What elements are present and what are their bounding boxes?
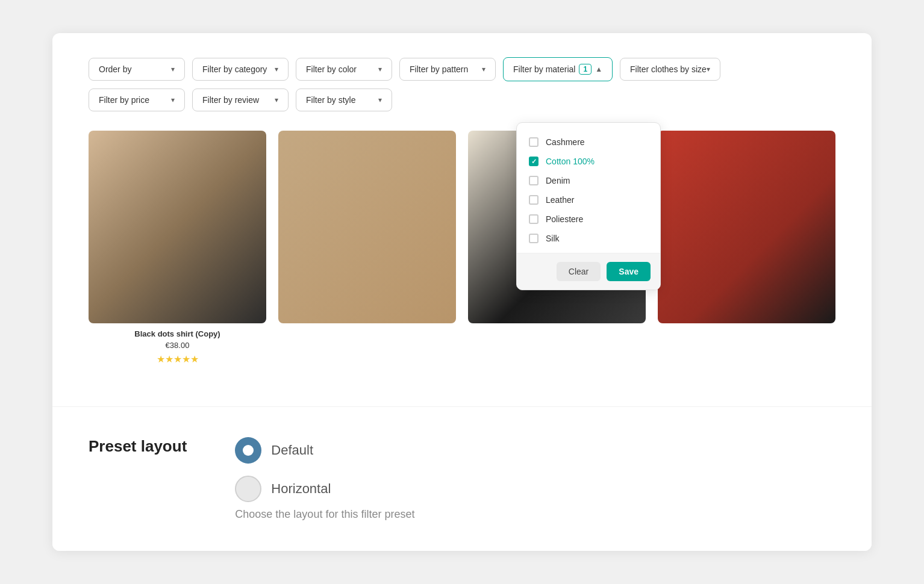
dropdown-item-cashmere[interactable]: Cashmere [517, 132, 660, 152]
filter-btn-filter-size[interactable]: Filter clothes by size▾ [620, 58, 720, 81]
product-grid: Black dots shirt (Copy)€38.00★★★★★ [89, 131, 835, 365]
filter-label-filter-style: Filter by style [306, 95, 355, 105]
filter-btn-order-by[interactable]: Order by▾ [89, 58, 185, 81]
item-label-cashmere: Cashmere [546, 137, 585, 147]
preset-section: Preset layout DefaultHorizontal Choose t… [52, 406, 872, 551]
filter-row-2: Filter by price▾Filter by review▾Filter … [89, 89, 835, 111]
product-image-1 [278, 131, 456, 323]
radio-default[interactable] [235, 437, 261, 464]
save-button[interactable]: Save [607, 262, 651, 281]
filter-btn-filter-price[interactable]: Filter by price▾ [89, 89, 185, 111]
product-card-0[interactable]: Black dots shirt (Copy)€38.00★★★★★ [89, 131, 266, 365]
preset-title: Preset layout [89, 437, 187, 456]
product-card-3[interactable] [658, 131, 835, 365]
filter-row-1: Order by▾Filter by category▾Filter by co… [89, 57, 835, 81]
preset-option-horizontal[interactable]: Horizontal [235, 476, 414, 502]
filter-btn-filter-material[interactable]: Filter by material1▲ [503, 57, 613, 81]
filter-label-order-by: Order by [99, 64, 131, 74]
filter-label-filter-review: Filter by review [202, 95, 259, 105]
radio-inner-default [243, 445, 254, 456]
chevron-icon-filter-size: ▾ [707, 65, 710, 73]
chevron-icon-filter-price: ▾ [171, 96, 175, 104]
filter-label-filter-pattern: Filter by pattern [410, 64, 468, 74]
checkbox-silk[interactable] [529, 234, 538, 243]
filter-btn-filter-color[interactable]: Filter by color▾ [296, 58, 392, 81]
item-label-denim: Denim [546, 176, 570, 185]
product-image-3 [658, 131, 835, 323]
filter-label-filter-size: Filter clothes by size [630, 64, 707, 74]
item-label-cotton-100%: Cotton 100% [546, 157, 595, 166]
checkbox-denim[interactable] [529, 176, 538, 185]
product-name-0: Black dots shirt (Copy) [91, 329, 264, 338]
filter-label-filter-material: Filter by material [513, 64, 575, 74]
filter-btn-filter-style[interactable]: Filter by style▾ [296, 89, 392, 111]
product-price-0: €38.00 [91, 341, 264, 350]
chevron-icon-filter-category: ▾ [275, 65, 278, 73]
filter-bar: Order by▾Filter by category▾Filter by co… [89, 57, 835, 111]
filter-label-filter-color: Filter by color [306, 64, 357, 74]
filter-badge-filter-material: 1 [579, 64, 592, 75]
filter-btn-filter-pattern[interactable]: Filter by pattern▾ [399, 58, 496, 81]
product-image-0 [89, 131, 266, 323]
item-label-silk: Silk [546, 234, 560, 243]
preset-option-label-horizontal: Horizontal [271, 481, 331, 497]
filter-btn-filter-review[interactable]: Filter by review▾ [192, 89, 289, 111]
main-container: Order by▾Filter by category▾Filter by co… [52, 33, 872, 551]
clear-button[interactable]: Clear [557, 262, 601, 281]
radio-horizontal[interactable] [235, 476, 261, 502]
checkbox-poliestere[interactable] [529, 214, 538, 224]
dropdown-item-poliestere[interactable]: Poliestere [517, 210, 660, 229]
material-dropdown: CashmereCotton 100%DenimLeatherPoliester… [516, 122, 661, 290]
checkbox-cashmere[interactable] [529, 137, 538, 147]
filter-btn-filter-category[interactable]: Filter by category▾ [192, 58, 289, 81]
item-label-leather: Leather [546, 195, 574, 205]
product-info-2 [468, 323, 646, 329]
preset-description: Choose the layout for this filter preset [235, 508, 414, 521]
chevron-icon-filter-review: ▾ [275, 96, 278, 104]
dropdown-item-cotton-100%[interactable]: Cotton 100% [517, 152, 660, 171]
checkbox-leather[interactable] [529, 195, 538, 205]
chevron-icon-filter-pattern: ▾ [482, 65, 485, 73]
filter-label-filter-category: Filter by category [202, 64, 267, 74]
dropdown-item-leather[interactable]: Leather [517, 190, 660, 210]
filter-label-filter-price: Filter by price [99, 95, 149, 105]
preset-option-label-default: Default [271, 443, 313, 458]
product-card-1[interactable] [278, 131, 456, 365]
product-info-3 [658, 323, 835, 329]
chevron-icon-order-by: ▾ [171, 65, 175, 73]
preset-options: DefaultHorizontal [235, 437, 414, 502]
chevron-icon-filter-color: ▾ [378, 65, 382, 73]
preset-option-default[interactable]: Default [235, 437, 414, 464]
product-info-0: Black dots shirt (Copy)€38.00★★★★★ [89, 323, 266, 365]
chevron-icon-filter-material: ▲ [595, 65, 602, 73]
item-label-poliestere: Poliestere [546, 214, 583, 224]
dropdown-item-silk[interactable]: Silk [517, 229, 660, 248]
checkbox-cotton-100%[interactable] [529, 157, 538, 166]
chevron-icon-filter-style: ▾ [378, 96, 382, 104]
dropdown-actions: Clear Save [517, 253, 660, 290]
product-stars-0: ★★★★★ [91, 353, 264, 365]
dropdown-item-denim[interactable]: Denim [517, 171, 660, 190]
product-info-1 [278, 323, 456, 329]
